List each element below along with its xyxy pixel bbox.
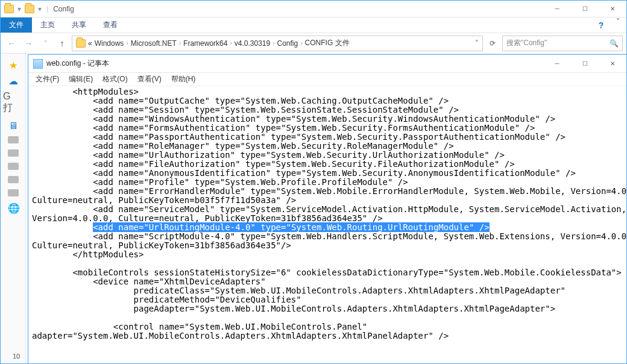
status-item-count: 10 xyxy=(13,353,20,360)
onedrive-icon[interactable]: ☁ xyxy=(8,75,19,85)
notepad-title: web.config - 记事本 xyxy=(46,58,109,69)
tab-home[interactable]: 主页 xyxy=(32,17,63,33)
notepad-titlebar[interactable]: web.config - 记事本 ─ ☐ ✕ xyxy=(28,55,626,73)
explorer-titlebar: ▾ ▾ | Config ─ ☐ ✕ xyxy=(1,1,626,17)
code-line: <control name="System.Web.UI.MobileContr… xyxy=(32,322,367,331)
path-seg[interactable]: Microsoft.NET xyxy=(131,39,177,48)
chevron-right-icon: › xyxy=(300,40,302,46)
code-line: <add name="RoleManager" type="System.Web… xyxy=(32,141,454,151)
refresh-button[interactable]: ⟳ xyxy=(485,39,500,48)
path-seg[interactable]: Framework64 xyxy=(183,39,227,48)
code-line: <httpModules> xyxy=(32,87,139,96)
code-line: <add name="OutputCache" type="System.Web… xyxy=(32,96,449,105)
code-line: predicateClass="System.Web.UI.MobileCont… xyxy=(32,286,566,295)
this-pc-icon[interactable]: 🖥 xyxy=(8,121,19,130)
qat-divider: ▾ xyxy=(17,5,21,13)
path-seg[interactable]: Windows xyxy=(95,39,124,48)
up-button[interactable]: ↑ xyxy=(55,36,69,51)
minimize-button[interactable]: ─ xyxy=(543,55,571,72)
path-seg[interactable]: CONFIG 文件 xyxy=(305,38,350,48)
close-button[interactable]: ✕ xyxy=(599,1,626,17)
code-line: <add name="FormsAuthentication" type="Sy… xyxy=(32,123,535,133)
chevron-right-icon: › xyxy=(273,40,274,46)
recent-dropdown[interactable]: ˅ xyxy=(38,36,52,51)
code-line: pageAdapter="System.Web.UI.MobileControl… xyxy=(32,304,555,313)
window-title: Config xyxy=(53,5,74,13)
drive-icon[interactable] xyxy=(8,149,19,157)
selected-text: <add name="UrlRoutingModule-4.0" type="S… xyxy=(93,222,489,232)
code-line: <add name="FileAuthorization" type="Syst… xyxy=(32,159,515,169)
menu-help[interactable]: 帮助(H) xyxy=(166,73,201,86)
notepad-window: web.config - 记事本 ─ ☐ ✕ 文件(F) 编辑(E) 格式(O)… xyxy=(28,54,627,364)
search-input[interactable]: 搜索"Config" 🔍 xyxy=(502,36,623,51)
ribbon-collapse-icon[interactable]: ˅ xyxy=(610,17,626,33)
chevron-right-icon: › xyxy=(179,40,181,46)
minimize-button[interactable]: ─ xyxy=(543,1,571,17)
drive-icon[interactable] xyxy=(8,163,19,170)
path-seg[interactable]: Config xyxy=(277,39,298,48)
chevron-right-icon: › xyxy=(230,40,232,46)
sidebar-partial: 打 xyxy=(1,102,25,115)
drive-icon[interactable] xyxy=(8,176,19,183)
maximize-button[interactable]: ☐ xyxy=(571,55,599,72)
menu-format[interactable]: 格式(O) xyxy=(98,73,132,86)
code-line: <add name="Profile" type="System.Web.Pro… xyxy=(32,177,408,187)
address-bar: ← → ˅ ↑ « Windows› Microsoft.NET› Framew… xyxy=(1,33,626,54)
menu-view[interactable]: 查看(V) xyxy=(133,73,166,86)
search-placeholder: 搜索"Config" xyxy=(506,38,547,48)
code-line: <add name="ErrorHandlerModule" type="Sys… xyxy=(32,186,626,196)
notepad-menubar: 文件(F) 编辑(E) 格式(O) 查看(V) 帮助(H) xyxy=(28,73,626,86)
help-icon[interactable]: ? xyxy=(593,17,610,33)
tab-view[interactable]: 查看 xyxy=(95,17,126,33)
sidebar: ★ ☁ G 打 🖥 🌐 xyxy=(1,54,26,363)
path-box[interactable]: « Windows› Microsoft.NET› Framework64› v… xyxy=(72,36,483,51)
network-icon[interactable]: 🌐 xyxy=(8,202,19,212)
path-dropdown-icon[interactable]: ˅ xyxy=(475,39,479,48)
ribbon-tabs: 文件 主页 共享 查看 ? ˅ xyxy=(1,17,626,33)
path-prefix[interactable]: « xyxy=(88,39,92,48)
code-line: adapter="System.Web.UI.MobileControls.Ad… xyxy=(32,331,449,340)
code-line: </httpModules> xyxy=(32,249,143,259)
code-line: <add name="AnonymousIdentification" type… xyxy=(32,168,576,178)
code-line: <add name="PassportAuthentication" type=… xyxy=(32,132,566,142)
code-line: <mobileControls sessionStateHistorySize=… xyxy=(32,268,622,277)
close-button[interactable]: ✕ xyxy=(599,55,626,72)
maximize-button[interactable]: ☐ xyxy=(571,1,599,17)
code-line: <add name="ScriptModule-4.0" type="Syste… xyxy=(32,231,626,241)
tab-share[interactable]: 共享 xyxy=(63,17,95,33)
code-line: <device name="XhtmlDeviceAdapters" xyxy=(32,277,266,286)
favorites-icon[interactable]: ★ xyxy=(8,60,19,69)
forward-button[interactable]: → xyxy=(21,36,36,51)
code-line: <add name="Session" type="System.Web.Ses… xyxy=(32,105,459,115)
divider: | xyxy=(45,5,49,13)
code-line: Version=4.0.0.0, Culture=neutral, Public… xyxy=(32,213,383,223)
menu-edit[interactable]: 编辑(E) xyxy=(64,73,98,86)
qat-divider: ▾ xyxy=(38,5,42,13)
folder-icon xyxy=(25,5,34,13)
folder-icon xyxy=(4,5,14,13)
notepad-icon xyxy=(33,59,43,69)
sidebar-partial: G xyxy=(1,91,25,102)
notepad-text-area[interactable]: <httpModules> <add name="OutputCache" ty… xyxy=(28,86,626,363)
search-icon: 🔍 xyxy=(610,39,619,48)
chevron-right-icon: › xyxy=(126,40,128,46)
menu-file[interactable]: 文件(F) xyxy=(31,73,64,86)
code-line: Culture=neutral, PublicKeyToken=31bf3856… xyxy=(32,240,291,250)
drive-icon[interactable] xyxy=(8,189,19,196)
tab-file[interactable]: 文件 xyxy=(1,17,32,33)
code-line: Culture=neutral, PublicKeyToken=b03f5f7f… xyxy=(32,195,296,205)
code-line: <add name="ServiceModel" type="System.Se… xyxy=(32,204,626,214)
folder-icon xyxy=(76,39,86,48)
back-button[interactable]: ← xyxy=(4,36,19,51)
path-seg[interactable]: v4.0.30319 xyxy=(235,39,270,48)
code-line: <add name="UrlAuthorization" type="Syste… xyxy=(32,150,505,160)
drive-icon[interactable] xyxy=(8,136,19,143)
code-line: predicateMethod="DeviceQualifies" xyxy=(32,295,301,304)
code-line xyxy=(32,222,93,232)
code-line: <add name="WindowsAuthentication" type="… xyxy=(32,114,555,124)
